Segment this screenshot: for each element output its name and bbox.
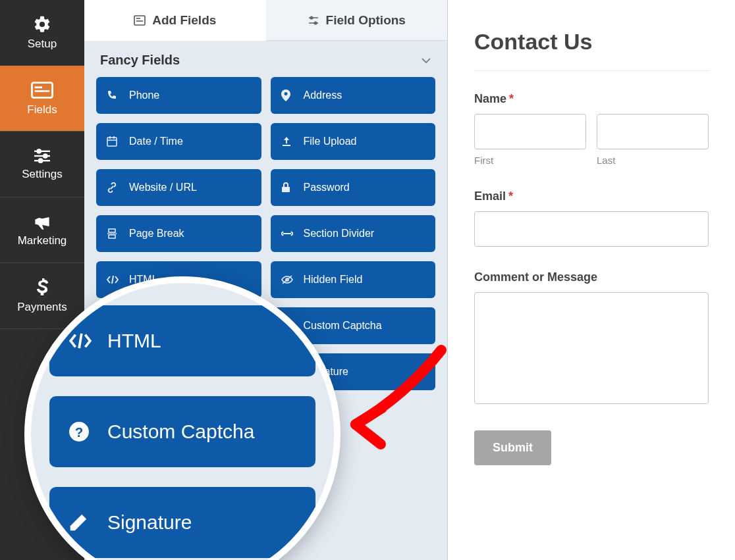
svg-line-40 <box>79 334 82 348</box>
svg-rect-2 <box>35 90 50 92</box>
upload-icon <box>281 136 294 147</box>
eye-off-icon <box>281 275 294 284</box>
code-icon <box>69 332 93 349</box>
svg-line-25 <box>112 276 113 284</box>
divider <box>474 70 709 71</box>
svg-rect-21 <box>109 229 115 232</box>
field-section-divider[interactable]: Section Divider <box>271 215 436 252</box>
email-input[interactable] <box>474 211 709 247</box>
sidebar-label: Payments <box>17 301 67 314</box>
gear-icon <box>33 15 51 34</box>
zoom-label: HTML <box>107 330 161 352</box>
zoom-field-html[interactable]: HTML <box>49 305 315 376</box>
sidebar-item-marketing[interactable]: Marketing <box>0 197 84 263</box>
sidebar-label: Fields <box>27 103 57 116</box>
tab-add-fields[interactable]: Add Fields <box>84 0 266 41</box>
comment-textarea[interactable] <box>474 292 709 404</box>
question-icon: ? <box>69 422 93 442</box>
field-date-time[interactable]: Date / Time <box>96 123 261 160</box>
svg-rect-20 <box>282 187 290 192</box>
svg-rect-22 <box>109 235 115 238</box>
tab-field-options[interactable]: Field Options <box>266 0 448 41</box>
svg-rect-1 <box>35 86 42 88</box>
sidebar-item-setup[interactable]: Setup <box>0 0 84 66</box>
svg-rect-16 <box>107 138 117 146</box>
field-label: Phone <box>129 89 159 101</box>
zoom-field-signature[interactable]: Signature <box>49 487 315 558</box>
link-icon <box>107 182 120 193</box>
field-address[interactable]: Address <box>271 77 436 114</box>
field-label: Page Break <box>129 228 184 240</box>
field-phone[interactable]: Phone <box>96 77 261 114</box>
divider-icon <box>281 230 294 237</box>
field-hidden-field[interactable]: Hidden Field <box>271 261 436 298</box>
svg-point-6 <box>43 154 47 157</box>
sidebar-item-settings[interactable]: Settings <box>0 132 84 197</box>
field-label: File Upload <box>304 136 357 147</box>
email-label: Email* <box>474 190 709 203</box>
field-password[interactable]: Password <box>271 169 436 206</box>
submit-button[interactable]: Submit <box>474 430 551 465</box>
field-label: Custom Captcha <box>304 320 382 332</box>
last-name-input[interactable] <box>597 114 709 149</box>
zoom-label: Signature <box>107 511 192 534</box>
svg-point-15 <box>314 22 317 24</box>
lock-icon <box>281 182 294 193</box>
field-label: Address <box>304 89 342 101</box>
pencil-icon <box>69 513 93 532</box>
dollar-icon <box>36 278 49 297</box>
first-name-input[interactable] <box>474 114 586 149</box>
field-label: Hidden Field <box>304 274 363 286</box>
sidebar-item-payments[interactable]: Payments <box>0 263 84 329</box>
fields-icon <box>31 81 53 99</box>
last-sublabel: Last <box>597 155 709 166</box>
pin-icon <box>281 89 294 101</box>
form-icon <box>134 15 146 26</box>
zoom-label: Custom Captcha <box>107 420 254 443</box>
tab-label: Field Options <box>326 13 406 28</box>
phone-icon <box>107 90 120 101</box>
required-asterisk: * <box>508 190 513 203</box>
field-website-url[interactable]: Website / URL <box>96 169 261 206</box>
svg-rect-9 <box>134 16 145 25</box>
field-page-break[interactable]: Page Break <box>96 215 261 252</box>
field-label: Section Divider <box>304 228 375 240</box>
svg-point-4 <box>38 149 41 153</box>
code-icon <box>107 275 120 284</box>
form-preview: Contact Us Name* First Last Email* Comme… <box>448 0 735 560</box>
megaphone-icon <box>32 213 52 230</box>
required-asterisk: * <box>509 92 514 105</box>
calendar-icon <box>107 136 120 147</box>
name-label: Name* <box>474 92 709 106</box>
sidebar-label: Marketing <box>18 234 67 247</box>
field-label: Date / Time <box>129 136 183 147</box>
svg-text:?: ? <box>75 424 84 440</box>
section-title: Fancy Fields <box>100 53 180 68</box>
tab-label: Add Fields <box>152 13 216 28</box>
sliders-icon <box>308 15 319 26</box>
sliders-icon <box>32 148 52 164</box>
sidebar-label: Setup <box>28 38 57 51</box>
sidebar-label: Settings <box>22 168 62 181</box>
comment-label: Comment or Message <box>474 270 709 284</box>
svg-point-13 <box>310 16 313 19</box>
field-label: Password <box>304 182 350 193</box>
field-label: Website / URL <box>129 182 197 193</box>
zoom-field-custom-captcha[interactable]: ? Custom Captcha <box>49 396 315 467</box>
svg-point-8 <box>39 159 42 162</box>
first-sublabel: First <box>474 155 586 166</box>
sidebar-item-fields[interactable]: Fields <box>0 66 84 132</box>
pagebreak-icon <box>107 228 120 239</box>
chevron-down-icon <box>421 57 431 64</box>
section-header-fancy-fields[interactable]: Fancy Fields <box>84 41 447 77</box>
field-file-upload[interactable]: File Upload <box>271 123 436 160</box>
preview-title: Contact Us <box>474 29 709 55</box>
